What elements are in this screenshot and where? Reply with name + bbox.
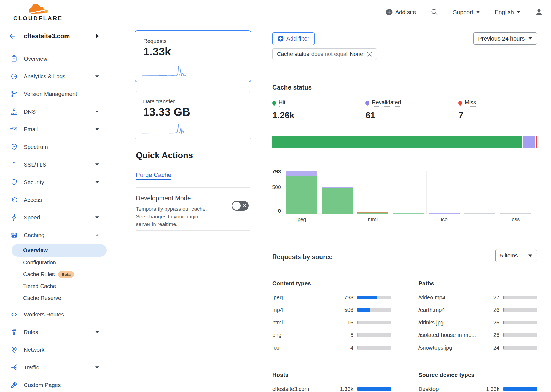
hit-value: 1.26k — [272, 110, 294, 120]
value-bar — [357, 346, 391, 350]
y-axis-label-0: 0 — [265, 208, 281, 214]
table-row[interactable]: mp4 506 — [272, 306, 391, 314]
data-transfer-card[interactable]: Data transfer 13.33 GB — [135, 91, 251, 139]
login-arrow-icon — [10, 196, 18, 203]
search-icon[interactable] — [431, 9, 438, 16]
chevron-down-icon — [476, 11, 480, 13]
code-icon — [10, 311, 18, 318]
value-bar — [503, 321, 537, 324]
development-mode-title: Development Mode — [136, 195, 191, 202]
sidebar-item-security[interactable]: Security — [0, 173, 107, 191]
chevron-down-icon — [528, 254, 532, 257]
table-row[interactable]: cftestsite3.com 1.33k — [272, 385, 391, 392]
revalidated-label[interactable]: Revalidated — [372, 99, 401, 107]
sidebar-subitem-tiered-cache[interactable]: Tiered Cache — [0, 280, 107, 292]
bar-mp4[interactable] — [322, 187, 353, 214]
table-row[interactable]: /isolated-house-in-mo... 25 — [418, 331, 537, 339]
miss-dot — [458, 101, 462, 106]
stacked-hit-segment[interactable] — [272, 136, 522, 148]
filter-operator: does not equal — [311, 51, 348, 57]
table-row[interactable]: Desktop 1.33k — [418, 385, 537, 392]
value-bar — [503, 346, 537, 350]
sidebar-item-overview[interactable]: Overview — [0, 50, 107, 68]
sidebar-item-custom-pages[interactable]: Custom Pages — [0, 376, 107, 392]
data-transfer-card-title: Data transfer — [143, 98, 251, 105]
sidebar-subitem-caching-overview[interactable]: Overview — [12, 244, 107, 257]
sidebar-item-rules[interactable]: Rules — [0, 323, 107, 341]
bar-jpeg[interactable] — [286, 171, 317, 214]
top-header: CLOUDFLARE Add site Support English — [0, 0, 551, 24]
add-site-button[interactable]: Add site — [386, 9, 416, 15]
value-bar — [503, 333, 537, 337]
sidebar-item-email[interactable]: Email — [0, 120, 107, 138]
requests-card[interactable]: Requests 1.33k — [135, 30, 251, 82]
sidebar-subitem-configuration[interactable]: Configuration — [0, 257, 107, 269]
table-row[interactable]: png 5 — [272, 331, 391, 339]
divider — [136, 230, 250, 231]
stat-revalidated: Revalidated 61 — [365, 99, 401, 120]
table-row[interactable]: ico 4 — [272, 343, 391, 352]
chevron-down-icon — [95, 75, 99, 77]
requests-card-value: 1.33k — [143, 45, 251, 58]
scrollbar-track[interactable] — [539, 24, 539, 392]
value-bar — [503, 387, 537, 391]
sidebar-item-analytics-logs[interactable]: Analytics & Logs — [0, 68, 107, 85]
sidebar-item-workers-routes[interactable]: Workers Routes — [0, 306, 107, 323]
table-row[interactable]: /snowtops.jpg 24 — [418, 343, 537, 352]
sidebar-item-speed[interactable]: Speed — [0, 209, 107, 226]
envelope-icon — [10, 126, 18, 133]
plus-circle-icon — [386, 9, 393, 15]
table-row[interactable]: html 16 — [272, 318, 391, 327]
stacked-revalidated-segment[interactable] — [523, 136, 535, 148]
development-mode-toggle[interactable] — [232, 201, 249, 211]
value-bar — [357, 308, 391, 312]
cloudflare-logo[interactable]: CLOUDFLARE — [13, 3, 63, 22]
add-filter-button[interactable]: Add filter — [272, 32, 315, 45]
sidebar-item-caching[interactable]: Caching — [0, 226, 107, 244]
data-transfer-sparkline — [142, 122, 186, 135]
remove-filter-icon[interactable] — [367, 52, 372, 57]
table-row[interactable]: /earth.mp4 26 — [418, 306, 537, 314]
miss-label[interactable]: Miss — [465, 99, 476, 107]
stat-miss: Miss 7 — [458, 99, 476, 120]
content-types-title: Content types — [272, 280, 311, 287]
shield-icon — [10, 179, 18, 186]
value-bar — [357, 333, 391, 337]
funnel-icon — [10, 329, 18, 336]
sidebar-item-spectrum[interactable]: Spectrum — [0, 138, 107, 156]
sidebar-subitem-cache-rules[interactable]: Cache Rules Beta — [0, 269, 107, 280]
time-range-select[interactable]: Previous 24 hours — [473, 32, 537, 45]
sidebar-item-version-management[interactable]: Version Management — [0, 85, 107, 103]
quick-actions-title: Quick Actions — [136, 151, 193, 160]
items-count-select[interactable]: 5 items — [495, 249, 537, 262]
sidebar-item-dns[interactable]: DNS — [0, 103, 107, 120]
y-axis-label-793: 793 — [265, 169, 281, 175]
support-menu[interactable]: Support — [453, 9, 480, 15]
user-avatar-icon[interactable] — [535, 8, 543, 16]
sidebar-item-access[interactable]: Access — [0, 191, 107, 209]
sidebar: cftestsite3.com Overview Analytics & Log… — [0, 24, 107, 392]
chevron-down-icon — [95, 163, 99, 166]
server-icon — [10, 232, 18, 239]
chevron-down-icon — [95, 111, 99, 113]
sidebar-item-ssl-tls[interactable]: SSL/TLS — [0, 156, 107, 173]
language-menu[interactable]: English — [495, 9, 520, 15]
hit-label[interactable]: Hit — [279, 99, 285, 107]
stacked-miss-segment[interactable] — [536, 136, 537, 148]
table-row[interactable]: /drinks.jpg 25 — [418, 318, 537, 327]
divider — [260, 367, 551, 367]
sidebar-item-traffic[interactable]: Traffic — [0, 359, 107, 376]
summary-column: Requests 1.33k Data transfer 13.33 GB Qu… — [107, 24, 260, 392]
sidebar-item-network[interactable]: Network — [0, 341, 107, 359]
table-row[interactable]: /video.mp4 27 — [418, 293, 537, 302]
x-axis-line — [283, 214, 534, 214]
table-row[interactable]: jpeg 793 — [272, 293, 391, 302]
cloudflare-wordmark: CLOUDFLARE — [13, 15, 63, 22]
sidebar-subitem-cache-reserve[interactable]: Cache Reserve — [0, 292, 107, 304]
filter-value: None — [350, 51, 363, 57]
cache-status-title: Cache status — [272, 84, 312, 91]
chevron-right-icon[interactable] — [96, 34, 99, 38]
y-axis-label-500: 500 — [265, 184, 281, 190]
back-arrow-icon[interactable] — [8, 32, 17, 40]
purge-cache-link[interactable]: Purge Cache — [136, 171, 171, 180]
